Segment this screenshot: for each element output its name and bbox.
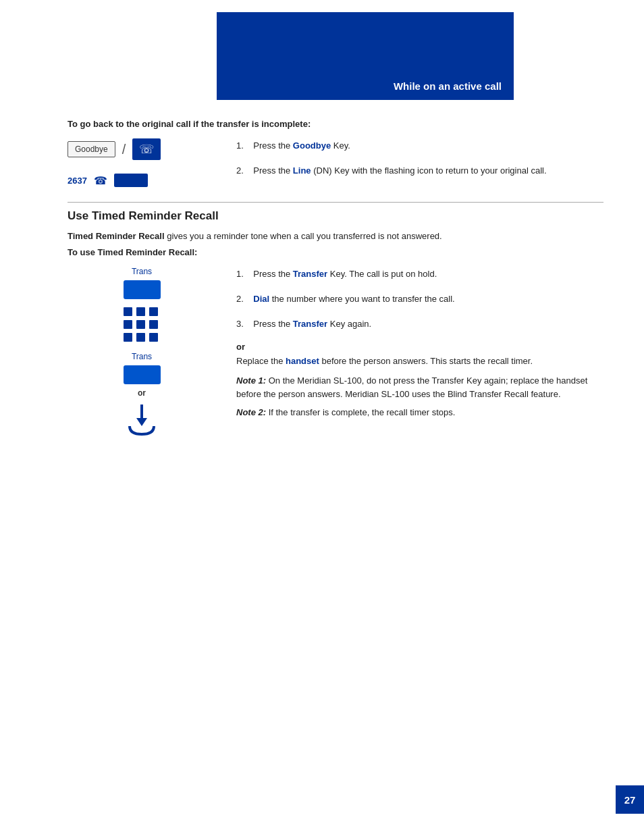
goodbye-row: Goodbye / ☏ — [68, 138, 216, 160]
s2-step2-num: 2. — [236, 294, 244, 304]
or-text-before: Replace the — [236, 356, 286, 366]
section2-sublabel: To use Timed Reminder Recall: — [68, 247, 603, 257]
section2-desc: Timed Reminder Recall gives you a remind… — [68, 230, 603, 243]
note2-label: Note 2: — [236, 407, 266, 417]
section1-label: To go back to the original call if the t… — [68, 118, 603, 130]
trans-col: Trans Trans or — [68, 267, 216, 440]
header-title: While on an active call — [394, 80, 502, 92]
s2-step3: 3. Press the Transfer Key again. — [236, 317, 603, 331]
trans-label-bottom: Trans — [132, 352, 152, 361]
step1-link: Goodbye — [293, 140, 331, 151]
s2-step3-link: Transfer — [293, 319, 327, 329]
page-number: 27 — [624, 794, 636, 806]
keypad-dot — [149, 320, 158, 329]
s2-step1-link: Transfer — [293, 269, 327, 279]
keypad-dot — [124, 333, 132, 342]
step1-text-after: Key. — [331, 140, 350, 151]
svg-marker-0 — [136, 405, 147, 426]
handset-icon — [122, 405, 162, 437]
blue-rect-indicator — [114, 174, 148, 187]
section2-steps-col: 1. Press the Transfer Key. The call is p… — [236, 267, 603, 440]
trans-key-bottom — [124, 365, 161, 384]
trans-key-top — [124, 280, 161, 299]
section2-title-row: Use Timed Reminder Recall — [68, 202, 603, 223]
header-box: While on an active call — [217, 12, 514, 100]
step1: 1. Press the Goodbye Key. — [236, 138, 603, 153]
or-text-after: before the person answers. This starts t… — [319, 356, 533, 366]
slash-separator: / — [122, 142, 126, 157]
section1-left: Goodbye / ☏ 2637 ☎ — [68, 138, 216, 188]
keypad-dot — [149, 333, 158, 342]
step2-text-before: Press the — [253, 165, 293, 176]
note2-text: If the transfer is complete, the recall … — [266, 407, 455, 417]
step2-text-mid: (DN) Key with the flashing icon to retur… — [311, 165, 547, 176]
section2-two-col: Trans Trans or — [68, 267, 603, 440]
section1-two-col: Goodbye / ☏ 2637 ☎ 1. Press the Goodbye … — [68, 138, 603, 188]
line-number: 2637 — [68, 176, 87, 186]
or-handset-link: handset — [286, 356, 319, 366]
section2-desc-bold: Timed Reminder Recall — [68, 231, 165, 241]
step2-link: Line — [293, 165, 311, 176]
keypad-dot — [136, 307, 145, 316]
line-row: 2637 ☎ — [68, 174, 216, 187]
keypad-grid — [124, 307, 160, 344]
note1-text: On the Meridian SL-100, do not press the… — [236, 375, 587, 399]
step2: 2. Press the Line (DN) Key with the flas… — [236, 163, 603, 178]
s2-step3-num: 3. — [236, 319, 244, 329]
s2-step3-text-after: Key again. — [327, 319, 371, 329]
note1-block: Note 1: On the Meridian SL-100, do not p… — [236, 374, 603, 400]
page-number-box: 27 — [616, 785, 644, 814]
step1-num: 1. — [236, 140, 244, 151]
keypad-dot — [136, 320, 145, 329]
goodbye-key: Goodbye — [68, 141, 115, 157]
note2-block: Note 2: If the transfer is complete, the… — [236, 406, 603, 419]
s2-step1: 1. Press the Transfer Key. The call is p… — [236, 267, 603, 281]
s2-step3-text-before: Press the — [253, 319, 293, 329]
step2-num: 2. — [236, 165, 244, 176]
s2-step1-num: 1. — [236, 269, 244, 279]
keypad-dot — [149, 307, 158, 316]
or-block: or — [236, 342, 603, 352]
phone-icon-box: ☏ — [132, 138, 161, 160]
note1-label: Note 1: — [236, 375, 266, 386]
s2-step2: 2. Dial the number where you want to tra… — [236, 292, 603, 306]
trans-label-top: Trans — [132, 267, 152, 276]
phone-small-icon: ☎ — [94, 174, 107, 187]
phone-icon: ☏ — [139, 142, 155, 157]
main-content: To go back to the original call if the t… — [68, 118, 603, 453]
keypad-dot — [136, 333, 145, 342]
or-text: Replace the handset before the person an… — [236, 355, 603, 368]
s2-step2-text-after: the number where you want to transfer th… — [269, 294, 455, 304]
section1-right: 1. Press the Goodbye Key. 2. Press the L… — [236, 138, 603, 188]
or-label: or — [138, 388, 146, 398]
s2-step1-text-before: Press the — [253, 269, 293, 279]
step1-text-before: Press the — [253, 140, 293, 151]
keypad-dot — [124, 320, 132, 329]
s2-step1-text-after: Key. The call is put on hold. — [327, 269, 437, 279]
section2-title: Use Timed Reminder Recall — [68, 209, 219, 223]
s2-step2-link: Dial — [253, 294, 269, 304]
keypad-dot — [124, 307, 132, 316]
